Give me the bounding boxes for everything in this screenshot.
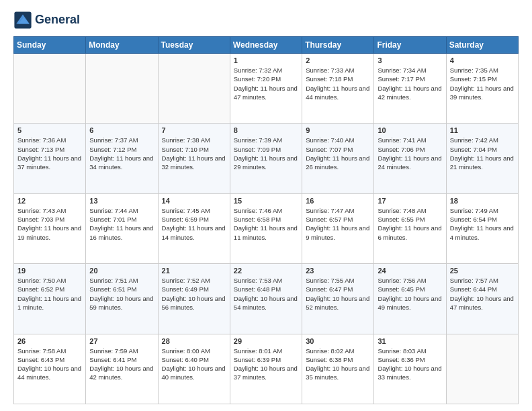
sunrise-text: Sunrise: 7:59 AM (89, 347, 138, 355)
calendar-week-row: 1Sunrise: 7:32 AMSunset: 7:20 PMDaylight… (14, 54, 519, 124)
day-info: Sunrise: 7:43 AMSunset: 7:03 PMDaylight:… (17, 206, 82, 242)
calendar-cell: 18Sunrise: 7:49 AMSunset: 6:54 PMDayligh… (446, 193, 518, 263)
sunset-text: Sunset: 7:03 PM (17, 216, 64, 223)
calendar-cell: 10Sunrise: 7:41 AMSunset: 7:06 PMDayligh… (374, 124, 446, 193)
sunrise-text: Sunrise: 8:00 AM (162, 347, 210, 355)
calendar-cell: 1Sunrise: 7:32 AMSunset: 7:20 PMDaylight… (230, 54, 302, 124)
day-number: 10 (378, 126, 442, 134)
sunrise-text: Sunrise: 7:50 AM (17, 277, 66, 284)
sunset-text: Sunset: 6:44 PM (450, 285, 497, 293)
calendar-cell: 28Sunrise: 8:00 AMSunset: 6:40 PMDayligh… (158, 334, 230, 404)
weekday-header-wednesday: Wednesday (230, 37, 302, 54)
sunset-text: Sunset: 6:59 PM (162, 216, 209, 223)
day-info: Sunrise: 7:42 AMSunset: 7:04 PMDaylight:… (450, 136, 515, 171)
day-info: Sunrise: 8:02 AMSunset: 6:38 PMDaylight:… (306, 347, 370, 382)
sunrise-text: Sunrise: 8:02 AM (306, 347, 354, 355)
sunset-text: Sunset: 6:45 PM (378, 285, 425, 293)
daylight-text: Daylight: 11 hours and 11 minutes. (234, 224, 298, 240)
daylight-text: Daylight: 11 hours and 1 minute. (17, 295, 81, 311)
sunrise-text: Sunrise: 7:47 AM (306, 207, 354, 214)
sunset-text: Sunset: 6:40 PM (162, 356, 209, 363)
daylight-text: Daylight: 11 hours and 6 minutes. (378, 224, 441, 240)
sunset-text: Sunset: 7:13 PM (17, 146, 64, 153)
daylight-text: Daylight: 11 hours and 19 minutes. (17, 224, 81, 240)
calendar-cell (14, 54, 86, 124)
day-info: Sunrise: 7:37 AMSunset: 7:12 PMDaylight:… (89, 136, 154, 171)
day-number: 12 (17, 197, 82, 205)
calendar-cell: 25Sunrise: 7:57 AMSunset: 6:44 PMDayligh… (446, 264, 518, 334)
day-info: Sunrise: 7:47 AMSunset: 6:57 PMDaylight:… (306, 206, 370, 242)
calendar-cell: 31Sunrise: 8:03 AMSunset: 6:36 PMDayligh… (374, 334, 446, 404)
sunrise-text: Sunrise: 7:38 AM (162, 136, 210, 144)
calendar-cell: 21Sunrise: 7:52 AMSunset: 6:49 PMDayligh… (158, 264, 230, 334)
calendar-cell (86, 54, 158, 124)
weekday-header-monday: Monday (86, 37, 158, 54)
sunset-text: Sunset: 7:04 PM (450, 146, 497, 153)
calendar-cell: 26Sunrise: 7:58 AMSunset: 6:43 PMDayligh… (14, 334, 86, 404)
calendar-cell: 22Sunrise: 7:53 AMSunset: 6:48 PMDayligh… (230, 264, 302, 334)
day-info: Sunrise: 7:32 AMSunset: 7:20 PMDaylight:… (234, 66, 298, 101)
sunrise-text: Sunrise: 7:45 AM (162, 207, 210, 214)
day-number: 20 (89, 267, 154, 275)
daylight-text: Daylight: 11 hours and 29 minutes. (234, 154, 298, 171)
day-number: 19 (17, 267, 82, 275)
weekday-header-saturday: Saturday (446, 37, 518, 54)
day-number: 9 (306, 126, 370, 134)
calendar-cell: 7Sunrise: 7:38 AMSunset: 7:10 PMDaylight… (158, 124, 230, 193)
day-info: Sunrise: 7:56 AMSunset: 6:45 PMDaylight:… (378, 276, 442, 312)
sunrise-text: Sunrise: 7:48 AM (378, 207, 426, 214)
daylight-text: Daylight: 11 hours and 32 minutes. (162, 154, 226, 171)
sunset-text: Sunset: 7:09 PM (234, 146, 281, 153)
calendar-cell: 29Sunrise: 8:01 AMSunset: 6:39 PMDayligh… (230, 334, 302, 404)
weekday-header-tuesday: Tuesday (158, 37, 230, 54)
calendar-cell: 9Sunrise: 7:40 AMSunset: 7:07 PMDaylight… (302, 124, 374, 193)
day-number: 15 (234, 197, 298, 205)
sunrise-text: Sunrise: 7:53 AM (234, 277, 282, 284)
calendar-cell: 14Sunrise: 7:45 AMSunset: 6:59 PMDayligh… (158, 193, 230, 263)
sunset-text: Sunset: 6:55 PM (378, 216, 425, 223)
sunset-text: Sunset: 7:20 PM (234, 75, 281, 83)
daylight-text: Daylight: 11 hours and 34 minutes. (89, 154, 153, 171)
day-info: Sunrise: 7:40 AMSunset: 7:07 PMDaylight:… (306, 136, 370, 171)
day-number: 16 (306, 197, 370, 205)
day-info: Sunrise: 8:03 AMSunset: 6:36 PMDaylight:… (378, 347, 442, 382)
sunrise-text: Sunrise: 7:52 AM (162, 277, 210, 284)
daylight-text: Daylight: 10 hours and 44 minutes. (17, 365, 81, 381)
sunrise-text: Sunrise: 7:46 AM (234, 207, 282, 214)
daylight-text: Daylight: 11 hours and 24 minutes. (378, 154, 441, 171)
calendar-cell: 6Sunrise: 7:37 AMSunset: 7:12 PMDaylight… (86, 124, 158, 193)
sunset-text: Sunset: 7:01 PM (89, 216, 136, 223)
calendar-week-row: 19Sunrise: 7:50 AMSunset: 6:52 PMDayligh… (14, 264, 519, 334)
day-number: 7 (162, 126, 226, 134)
sunrise-text: Sunrise: 7:33 AM (306, 66, 354, 74)
sunrise-text: Sunrise: 8:01 AM (234, 347, 282, 355)
sunset-text: Sunset: 7:06 PM (378, 146, 425, 153)
day-info: Sunrise: 7:35 AMSunset: 7:15 PMDaylight:… (450, 66, 515, 101)
weekday-header-row: SundayMondayTuesdayWednesdayThursdayFrid… (14, 37, 519, 54)
sunset-text: Sunset: 7:15 PM (450, 75, 497, 83)
day-info: Sunrise: 8:00 AMSunset: 6:40 PMDaylight:… (162, 347, 226, 382)
calendar-cell: 20Sunrise: 7:51 AMSunset: 6:51 PMDayligh… (86, 264, 158, 334)
sunset-text: Sunset: 6:41 PM (89, 356, 136, 363)
daylight-text: Daylight: 10 hours and 35 minutes. (306, 365, 369, 381)
sunset-text: Sunset: 6:58 PM (234, 216, 281, 223)
day-number: 29 (234, 337, 298, 345)
weekday-header-thursday: Thursday (302, 37, 374, 54)
sunrise-text: Sunrise: 7:43 AM (17, 207, 66, 214)
calendar-cell: 16Sunrise: 7:47 AMSunset: 6:57 PMDayligh… (302, 193, 374, 263)
day-number: 22 (234, 267, 298, 275)
sunset-text: Sunset: 7:07 PM (306, 146, 353, 153)
calendar-week-row: 12Sunrise: 7:43 AMSunset: 7:03 PMDayligh… (14, 193, 519, 263)
day-number: 2 (306, 56, 370, 64)
day-number: 25 (450, 267, 515, 275)
calendar-cell: 2Sunrise: 7:33 AMSunset: 7:18 PMDaylight… (302, 54, 374, 124)
logo: General (13, 11, 80, 30)
day-info: Sunrise: 7:48 AMSunset: 6:55 PMDaylight:… (378, 206, 442, 242)
day-number: 1 (234, 56, 298, 64)
daylight-text: Daylight: 11 hours and 47 minutes. (234, 85, 298, 101)
sunrise-text: Sunrise: 7:58 AM (17, 347, 66, 355)
daylight-text: Daylight: 11 hours and 42 minutes. (378, 85, 441, 101)
sunrise-text: Sunrise: 7:34 AM (378, 66, 426, 74)
sunset-text: Sunset: 6:47 PM (306, 285, 353, 293)
day-number: 21 (162, 267, 226, 275)
